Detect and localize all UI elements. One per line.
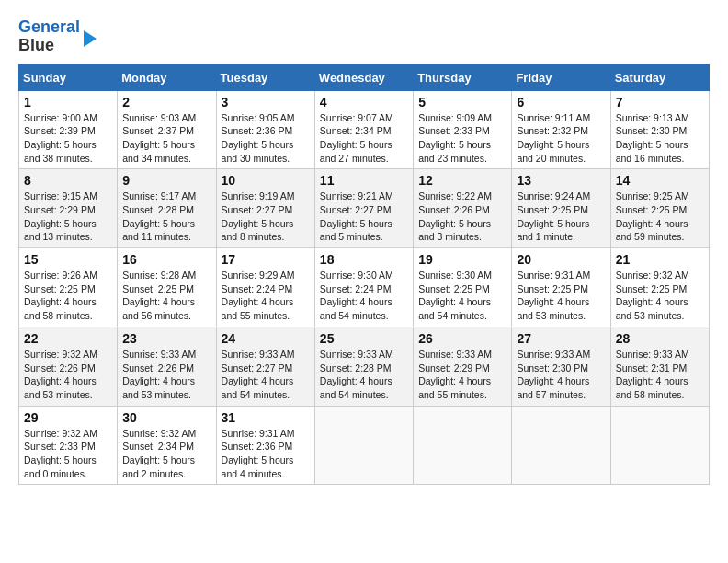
col-header-saturday: Saturday xyxy=(610,64,709,90)
day-info: Sunrise: 9:33 AMSunset: 2:28 PMDaylight:… xyxy=(320,348,408,402)
calendar-cell: 17Sunrise: 9:29 AMSunset: 2:24 PMDayligh… xyxy=(216,248,314,327)
day-number: 16 xyxy=(122,252,210,267)
calendar-cell xyxy=(314,406,413,485)
day-number: 1 xyxy=(24,95,112,109)
day-number: 27 xyxy=(517,331,605,346)
day-number: 31 xyxy=(222,410,310,425)
day-number: 17 xyxy=(222,252,310,267)
day-info: Sunrise: 9:32 AMSunset: 2:25 PMDaylight:… xyxy=(616,269,704,323)
day-number: 20 xyxy=(517,252,605,267)
day-info: Sunrise: 9:13 AMSunset: 2:30 PMDaylight:… xyxy=(616,111,704,166)
day-info: Sunrise: 9:15 AMSunset: 2:29 PMDaylight:… xyxy=(24,190,112,244)
day-info: Sunrise: 9:33 AMSunset: 2:26 PMDaylight:… xyxy=(122,348,210,402)
day-info: Sunrise: 9:11 AMSunset: 2:32 PMDaylight:… xyxy=(517,111,605,166)
day-info: Sunrise: 9:24 AMSunset: 2:25 PMDaylight:… xyxy=(517,190,605,244)
day-number: 5 xyxy=(418,95,506,109)
calendar-cell: 15Sunrise: 9:26 AMSunset: 2:25 PMDayligh… xyxy=(19,248,118,327)
calendar-cell: 23Sunrise: 9:33 AMSunset: 2:26 PMDayligh… xyxy=(118,327,216,406)
day-info: Sunrise: 9:00 AMSunset: 2:39 PMDaylight:… xyxy=(24,111,112,166)
calendar-cell: 31Sunrise: 9:31 AMSunset: 2:36 PMDayligh… xyxy=(216,406,314,485)
day-info: Sunrise: 9:30 AMSunset: 2:24 PMDaylight:… xyxy=(320,269,408,323)
calendar-cell: 24Sunrise: 9:33 AMSunset: 2:27 PMDayligh… xyxy=(216,327,314,406)
calendar-cell: 27Sunrise: 9:33 AMSunset: 2:30 PMDayligh… xyxy=(512,327,610,406)
day-info: Sunrise: 9:09 AMSunset: 2:33 PMDaylight:… xyxy=(418,111,506,166)
day-number: 3 xyxy=(222,95,310,109)
calendar-cell: 6Sunrise: 9:11 AMSunset: 2:32 PMDaylight… xyxy=(512,90,610,169)
day-number: 21 xyxy=(616,252,704,267)
day-info: Sunrise: 9:33 AMSunset: 2:29 PMDaylight:… xyxy=(418,348,506,402)
day-number: 23 xyxy=(122,331,210,346)
day-info: Sunrise: 9:33 AMSunset: 2:31 PMDaylight:… xyxy=(616,348,704,402)
logo-text: General Blue xyxy=(18,18,80,55)
day-info: Sunrise: 9:22 AMSunset: 2:26 PMDaylight:… xyxy=(418,190,506,244)
logo: General Blue xyxy=(18,18,97,55)
day-number: 2 xyxy=(122,95,210,109)
col-header-wednesday: Wednesday xyxy=(314,64,413,90)
day-info: Sunrise: 9:32 AMSunset: 2:33 PMDaylight:… xyxy=(24,427,112,481)
day-info: Sunrise: 9:32 AMSunset: 2:26 PMDaylight:… xyxy=(24,348,112,402)
calendar-cell: 1Sunrise: 9:00 AMSunset: 2:39 PMDaylight… xyxy=(19,90,118,169)
day-number: 12 xyxy=(418,173,506,188)
calendar-cell: 9Sunrise: 9:17 AMSunset: 2:28 PMDaylight… xyxy=(118,169,216,248)
day-number: 24 xyxy=(222,331,310,346)
calendar-cell: 29Sunrise: 9:32 AMSunset: 2:33 PMDayligh… xyxy=(19,406,118,485)
day-info: Sunrise: 9:31 AMSunset: 2:36 PMDaylight:… xyxy=(222,427,310,481)
calendar-cell: 11Sunrise: 9:21 AMSunset: 2:27 PMDayligh… xyxy=(314,169,413,248)
day-number: 22 xyxy=(24,331,112,346)
day-info: Sunrise: 9:05 AMSunset: 2:36 PMDaylight:… xyxy=(222,111,310,166)
day-info: Sunrise: 9:33 AMSunset: 2:27 PMDaylight:… xyxy=(222,348,310,402)
day-info: Sunrise: 9:19 AMSunset: 2:27 PMDaylight:… xyxy=(222,190,310,244)
calendar-cell: 30Sunrise: 9:32 AMSunset: 2:34 PMDayligh… xyxy=(118,406,216,485)
day-number: 18 xyxy=(320,252,408,267)
day-number: 10 xyxy=(222,173,310,188)
calendar-table: SundayMondayTuesdayWednesdayThursdayFrid… xyxy=(18,64,710,486)
day-number: 15 xyxy=(24,252,112,267)
day-number: 7 xyxy=(616,95,704,109)
calendar-cell: 8Sunrise: 9:15 AMSunset: 2:29 PMDaylight… xyxy=(19,169,118,248)
calendar-cell xyxy=(512,406,610,485)
calendar-cell: 21Sunrise: 9:32 AMSunset: 2:25 PMDayligh… xyxy=(610,248,709,327)
day-number: 8 xyxy=(24,173,112,188)
day-number: 26 xyxy=(418,331,506,346)
calendar-cell: 22Sunrise: 9:32 AMSunset: 2:26 PMDayligh… xyxy=(19,327,118,406)
calendar-cell: 18Sunrise: 9:30 AMSunset: 2:24 PMDayligh… xyxy=(314,248,413,327)
day-info: Sunrise: 9:33 AMSunset: 2:30 PMDaylight:… xyxy=(517,348,605,402)
day-info: Sunrise: 9:28 AMSunset: 2:25 PMDaylight:… xyxy=(122,269,210,323)
day-number: 6 xyxy=(517,95,605,109)
day-number: 11 xyxy=(320,173,408,188)
col-header-monday: Monday xyxy=(118,64,216,90)
calendar-cell: 5Sunrise: 9:09 AMSunset: 2:33 PMDaylight… xyxy=(414,90,512,169)
day-number: 30 xyxy=(122,410,210,425)
day-info: Sunrise: 9:29 AMSunset: 2:24 PMDaylight:… xyxy=(222,269,310,323)
day-info: Sunrise: 9:26 AMSunset: 2:25 PMDaylight:… xyxy=(24,269,112,323)
day-number: 13 xyxy=(517,173,605,188)
calendar-cell: 19Sunrise: 9:30 AMSunset: 2:25 PMDayligh… xyxy=(414,248,512,327)
day-number: 28 xyxy=(616,331,704,346)
col-header-thursday: Thursday xyxy=(414,64,512,90)
calendar-cell: 12Sunrise: 9:22 AMSunset: 2:26 PMDayligh… xyxy=(414,169,512,248)
calendar-cell: 7Sunrise: 9:13 AMSunset: 2:30 PMDaylight… xyxy=(610,90,709,169)
day-info: Sunrise: 9:17 AMSunset: 2:28 PMDaylight:… xyxy=(122,190,210,244)
col-header-friday: Friday xyxy=(512,64,610,90)
calendar-cell: 10Sunrise: 9:19 AMSunset: 2:27 PMDayligh… xyxy=(216,169,314,248)
col-header-tuesday: Tuesday xyxy=(216,64,314,90)
calendar-cell: 14Sunrise: 9:25 AMSunset: 2:25 PMDayligh… xyxy=(610,169,709,248)
day-info: Sunrise: 9:21 AMSunset: 2:27 PMDaylight:… xyxy=(320,190,408,244)
col-header-sunday: Sunday xyxy=(19,64,118,90)
day-info: Sunrise: 9:31 AMSunset: 2:25 PMDaylight:… xyxy=(517,269,605,323)
day-number: 19 xyxy=(418,252,506,267)
day-info: Sunrise: 9:03 AMSunset: 2:37 PMDaylight:… xyxy=(122,111,210,166)
calendar-cell xyxy=(610,406,709,485)
day-number: 9 xyxy=(122,173,210,188)
calendar-cell: 3Sunrise: 9:05 AMSunset: 2:36 PMDaylight… xyxy=(216,90,314,169)
day-number: 14 xyxy=(616,173,704,188)
calendar-cell: 28Sunrise: 9:33 AMSunset: 2:31 PMDayligh… xyxy=(610,327,709,406)
calendar-cell: 2Sunrise: 9:03 AMSunset: 2:37 PMDaylight… xyxy=(118,90,216,169)
day-info: Sunrise: 9:25 AMSunset: 2:25 PMDaylight:… xyxy=(616,190,704,244)
page-header: General Blue xyxy=(18,18,710,55)
calendar-cell: 26Sunrise: 9:33 AMSunset: 2:29 PMDayligh… xyxy=(414,327,512,406)
day-info: Sunrise: 9:07 AMSunset: 2:34 PMDaylight:… xyxy=(320,111,408,166)
day-info: Sunrise: 9:32 AMSunset: 2:34 PMDaylight:… xyxy=(122,427,210,481)
day-number: 4 xyxy=(320,95,408,109)
calendar-cell: 13Sunrise: 9:24 AMSunset: 2:25 PMDayligh… xyxy=(512,169,610,248)
